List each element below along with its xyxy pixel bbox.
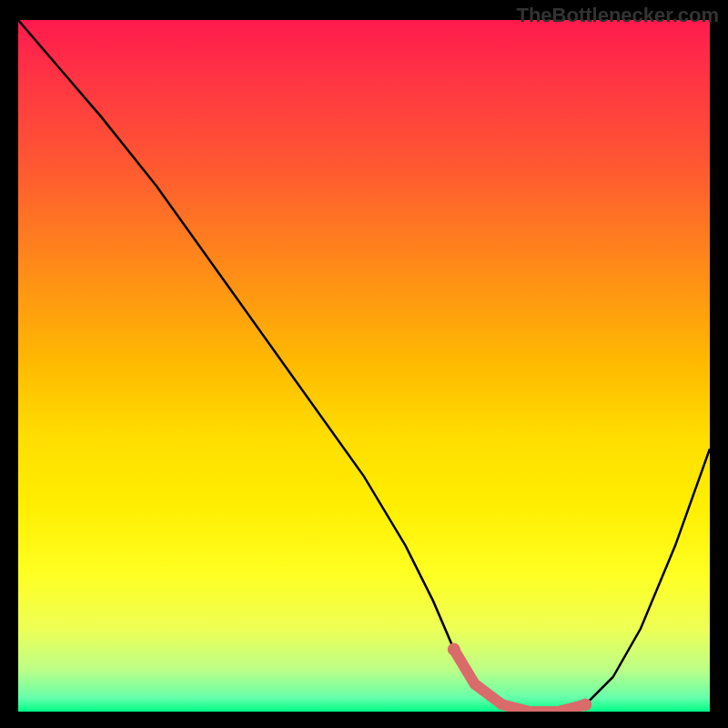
optimal-zone-endpoint: [579, 698, 592, 711]
chart-svg: [18, 20, 710, 712]
optimal-zone-endpoint: [448, 643, 460, 656]
bottleneck-curve: [18, 20, 710, 712]
watermark-text: TheBottleneсker.com: [516, 4, 719, 27]
optimal-zone-highlight: [454, 650, 585, 712]
chart-container: TheBottleneсker.com: [0, 0, 728, 728]
curve-group: [18, 20, 710, 712]
